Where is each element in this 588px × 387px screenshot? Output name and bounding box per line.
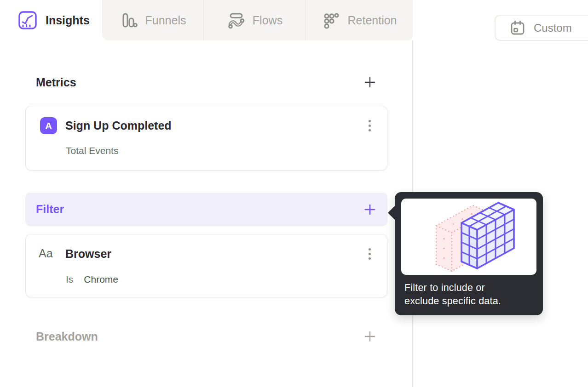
insights-report-builder: Insights Funnels Flows (0, 0, 588, 387)
retention-dots-icon (322, 11, 340, 29)
tab-strip: Funnels Flows Retention (102, 0, 413, 40)
kebab-menu-icon[interactable] (368, 247, 372, 261)
add-filter-button[interactable] (363, 203, 377, 216)
metric-card[interactable]: A Sign Up Completed Total Events (25, 106, 387, 171)
tab-retention-label: Retention (347, 14, 397, 27)
add-metric-button[interactable] (363, 75, 377, 89)
filter-section-header[interactable]: Filter (25, 193, 387, 226)
filter-tooltip: Filter to include or exclude specific da… (395, 192, 543, 315)
breakdown-title: Breakdown (36, 330, 98, 343)
flows-wave-icon (227, 11, 245, 29)
tooltip-arrow (388, 205, 395, 220)
add-breakdown-button[interactable] (363, 330, 377, 343)
funnels-bars-icon (120, 11, 138, 29)
filter-operator[interactable]: Is (66, 274, 73, 285)
metrics-title: Metrics (36, 76, 76, 89)
insights-chart-icon (17, 10, 38, 30)
metric-subtitle[interactable]: Total Events (66, 145, 118, 156)
string-property-icon: Aa (39, 247, 53, 260)
tab-insights[interactable]: Insights (0, 0, 102, 40)
date-range-button[interactable]: Custom (495, 15, 588, 41)
calendar-icon (509, 20, 526, 36)
kebab-menu-icon[interactable] (368, 119, 372, 132)
filter-card[interactable]: Aa Browser Is Chrome (25, 234, 387, 297)
date-range-label: Custom (534, 22, 572, 34)
filter-clause[interactable]: Is Chrome (66, 274, 118, 285)
tooltip-text: Filter to include or exclude specific da… (404, 281, 520, 308)
tab-funnels[interactable]: Funnels (102, 0, 203, 40)
filter-cubes-illustration (401, 199, 536, 275)
tab-funnels-label: Funnels (145, 14, 186, 27)
tab-flows-label: Flows (253, 14, 282, 27)
filter-value[interactable]: Chrome (84, 274, 118, 285)
metric-badge: A (40, 117, 57, 134)
breakdown-section-header: Breakdown (25, 324, 387, 348)
metric-title: Sign Up Completed (65, 117, 172, 134)
tab-retention[interactable]: Retention (306, 0, 413, 40)
filter-property-name: Browser (65, 245, 111, 262)
tooltip-illustration-panel (401, 199, 536, 275)
filter-title: Filter (36, 203, 64, 216)
tab-flows[interactable]: Flows (203, 0, 306, 40)
tab-insights-label: Insights (46, 14, 90, 27)
metrics-section-header: Metrics (25, 72, 387, 93)
